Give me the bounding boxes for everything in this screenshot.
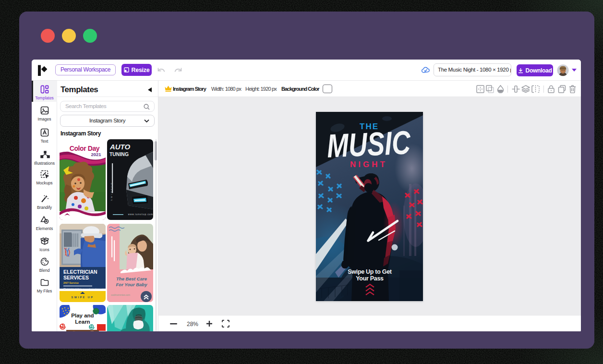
- svg-text:www.tunsitup.com: www.tunsitup.com: [128, 213, 153, 216]
- svg-text:S W I P E U P: S W I P E U P: [110, 182, 113, 201]
- svg-text:The Best Care: The Best Care: [116, 276, 147, 281]
- svg-text:ELECTRICIAN: ELECTRICIAN: [63, 269, 97, 275]
- svg-text:For Your Baby: For Your Baby: [116, 282, 148, 287]
- svg-text:Your Pass: Your Pass: [356, 275, 384, 282]
- svg-text:☎ 202-555-0147 | ● www.elect: ☎ 202-555-0147 | ● www.electroafix.com: [63, 288, 102, 290]
- svg-text:SERVICES: SERVICES: [63, 275, 89, 280]
- svg-text:NIGHT: NIGHT: [350, 160, 387, 169]
- svg-text:AUTO: AUTO: [109, 143, 131, 151]
- svg-text:Swipe Up to Get: Swipe Up to Get: [348, 268, 392, 275]
- svg-text:SWIPE UP: SWIPE UP: [72, 296, 94, 299]
- svg-text:Learn: Learn: [75, 319, 90, 325]
- svg-text:Play and: Play and: [71, 313, 94, 318]
- svg-text:Color Day: Color Day: [70, 145, 100, 152]
- svg-text:2021: 2021: [91, 152, 101, 157]
- svg-text:coolmommies.com: coolmommies.com: [111, 294, 130, 296]
- svg-text:24/7 Service: 24/7 Service: [63, 281, 79, 284]
- svg-text:TUNING: TUNING: [109, 151, 129, 157]
- svg-text:MUSIC: MUSIC: [326, 124, 411, 164]
